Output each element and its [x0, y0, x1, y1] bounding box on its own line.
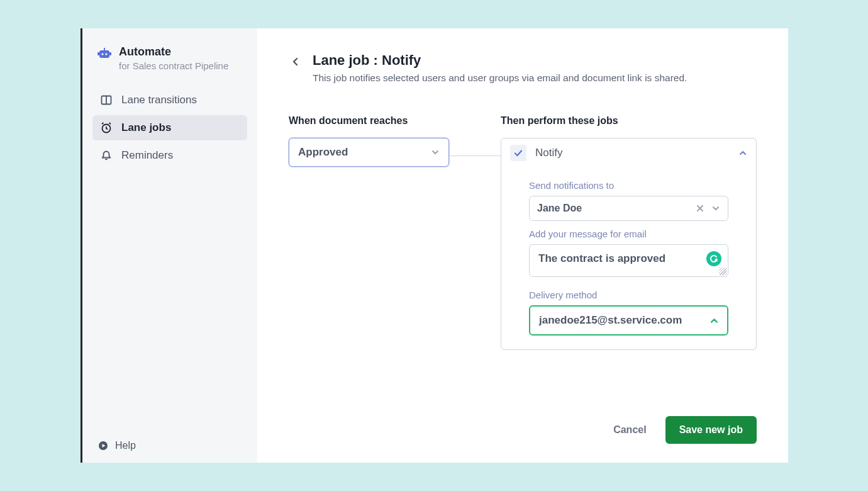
alarm-icon — [100, 121, 113, 134]
main-panel: Lane job : Notify This job notifies sele… — [257, 28, 788, 463]
svg-point-2 — [105, 53, 107, 55]
message-value: The contract is approved — [538, 252, 665, 264]
job-card: Notify Send notifications to Jane Doe — [501, 138, 757, 350]
sidebar-item-label: Lane transitions — [121, 94, 197, 106]
sidebar-title: Automate — [119, 45, 228, 59]
when-column: When document reaches Approved — [289, 115, 449, 167]
play-circle-icon — [97, 440, 109, 451]
recipients-select[interactable]: Jane Doe — [529, 196, 728, 221]
sidebar-item-reminders[interactable]: Reminders — [92, 143, 247, 168]
sidebar-item-lane-transitions[interactable]: Lane transitions — [92, 87, 247, 113]
chevron-up-icon — [738, 149, 747, 157]
help-link[interactable]: Help — [92, 440, 247, 451]
robot-icon — [97, 46, 111, 60]
app-window: Automate for Sales contract Pipeline Lan… — [81, 28, 788, 463]
save-button[interactable]: Save new job — [665, 416, 757, 444]
sidebar: Automate for Sales contract Pipeline Lan… — [82, 28, 257, 463]
svg-rect-5 — [109, 52, 111, 55]
page-title: Lane job : Notify — [313, 52, 687, 69]
recipients-label: Send notifications to — [529, 180, 728, 191]
job-card-header[interactable]: Notify — [501, 138, 756, 167]
clear-icon[interactable] — [695, 203, 705, 213]
connector-line — [449, 155, 501, 156]
delivery-label: Delivery method — [529, 290, 728, 300]
delivery-value: janedoe215@st.service.com — [539, 314, 682, 327]
job-title: Notify — [535, 147, 562, 159]
then-label: Then perform these jobs — [501, 115, 757, 127]
form-area: When document reaches Approved Then perf… — [289, 115, 757, 350]
check-icon — [510, 145, 526, 161]
chevron-down-icon — [431, 148, 440, 157]
sidebar-item-label: Reminders — [121, 149, 173, 162]
cancel-button[interactable]: Cancel — [613, 424, 646, 436]
page-description: This job notifies selected users and use… — [313, 72, 687, 84]
when-select[interactable]: Approved — [289, 138, 449, 167]
footer-actions: Cancel Save new job — [289, 397, 757, 444]
back-button[interactable] — [289, 55, 303, 69]
sidebar-item-label: Lane jobs — [121, 121, 171, 134]
help-label: Help — [115, 440, 136, 451]
sidebar-nav: Lane transitions Lane jobs — [92, 87, 247, 168]
sidebar-header: Automate for Sales contract Pipeline — [92, 45, 247, 87]
chevron-up-icon — [709, 316, 718, 325]
page-header: Lane job : Notify This job notifies sele… — [289, 52, 757, 84]
sidebar-subtitle: for Sales contract Pipeline — [119, 60, 228, 71]
svg-rect-4 — [97, 52, 99, 55]
message-label: Add your message for email — [529, 229, 728, 239]
when-label: When document reaches — [289, 115, 449, 127]
resize-handle[interactable] — [719, 268, 726, 275]
svg-point-1 — [101, 53, 103, 55]
grammarly-icon[interactable] — [706, 251, 721, 266]
sidebar-item-lane-jobs[interactable]: Lane jobs — [92, 115, 247, 140]
svg-rect-3 — [104, 48, 105, 50]
columns-icon — [100, 94, 113, 106]
recipients-value: Jane Doe — [537, 203, 689, 214]
job-body: Send notifications to Jane Doe Add your … — [501, 167, 756, 349]
svg-rect-0 — [99, 50, 109, 58]
message-input[interactable]: The contract is approved — [529, 244, 728, 277]
when-value: Approved — [298, 146, 348, 159]
chevron-down-icon — [711, 204, 720, 213]
then-column: Then perform these jobs Notify — [501, 115, 757, 350]
bell-icon — [100, 149, 113, 162]
delivery-select[interactable]: janedoe215@st.service.com — [529, 305, 728, 336]
